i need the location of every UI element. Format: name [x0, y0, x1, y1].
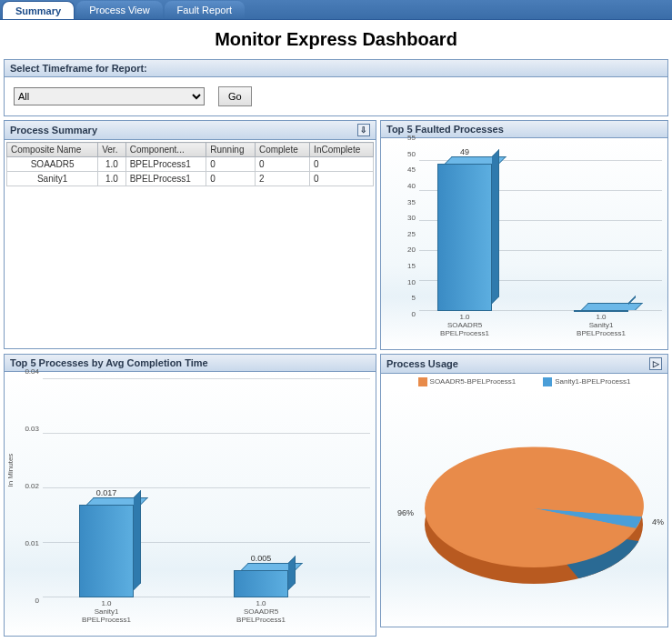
- panel-title: Process Summary: [10, 125, 97, 135]
- bar-soaadr5-avg[interactable]: 0.005: [234, 570, 288, 597]
- avg-time-panel: Top 5 Processes by Avg Completion Time I…: [4, 354, 376, 637]
- tab-label: Summary: [15, 5, 61, 16]
- usage-legend: SOAADR5-BPELProcess1 Sanity1-BPELProcess…: [381, 374, 667, 390]
- avg-time-chart: In Minutes 0 0.01 0.02 0.03 0.04: [5, 372, 376, 636]
- tab-label: Process View: [89, 5, 149, 15]
- tab-summary[interactable]: Summary: [2, 1, 75, 19]
- table-row[interactable]: Sanity1 1.0 BPELProcess1 0 2 0: [7, 172, 374, 186]
- pin-icon[interactable]: ⇩: [357, 124, 370, 136]
- tab-label: Fault Report: [177, 5, 233, 15]
- pie-label-96: 96%: [397, 508, 414, 517]
- col-incomplete[interactable]: InComplete: [310, 143, 374, 157]
- timeframe-panel: Select Timeframe for Report: All Go: [4, 59, 668, 116]
- usage-pie-chart: 96% 4%: [381, 390, 667, 627]
- panel-title: Process Usage: [386, 358, 458, 369]
- tab-fault-report[interactable]: Fault Report: [165, 1, 246, 19]
- panel-title: Top 5 Processes by Avg Completion Time: [10, 357, 208, 368]
- timeframe-select[interactable]: All: [14, 87, 205, 105]
- col-complete[interactable]: Complete: [255, 143, 309, 157]
- usage-panel: Process Usage ▷ SOAADR5-BPELProcess1 San…: [380, 354, 668, 627]
- tab-bar: Summary Process View Fault Report: [0, 0, 672, 20]
- bar-sanity1[interactable]: [574, 310, 628, 311]
- col-running[interactable]: Running: [206, 143, 256, 157]
- pie-svg: [388, 408, 661, 608]
- faulted-chart: 0 5 10 15 20 25 30 35 40 45 50 55: [381, 138, 667, 349]
- process-summary-table: Composite Name Ver. Component... Running…: [6, 142, 374, 186]
- tab-process-view[interactable]: Process View: [76, 1, 162, 19]
- col-composite[interactable]: Composite Name: [7, 143, 98, 157]
- process-summary-panel: Process Summary ⇩ Composite Name Ver. Co…: [4, 120, 376, 349]
- bar-sanity1-avg[interactable]: 0.017: [79, 505, 134, 597]
- panel-title: Top 5 Faulted Processes: [386, 124, 504, 135]
- go-button[interactable]: Go: [218, 86, 252, 106]
- col-version[interactable]: Ver.: [98, 143, 125, 157]
- expand-icon[interactable]: ▷: [649, 357, 662, 370]
- pie-label-4: 4%: [652, 517, 664, 527]
- page-title: Monitor Express Dashboard: [0, 20, 672, 59]
- bar-soaadr5[interactable]: 49: [437, 164, 492, 311]
- table-row[interactable]: SOAADR5 1.0 BPELProcess1 0 0 0: [7, 157, 374, 172]
- col-component[interactable]: Component...: [125, 143, 206, 157]
- pie-slice-soaadr5[interactable]: [425, 446, 643, 565]
- faulted-panel: Top 5 Faulted Processes 0 5 10 15 20 25 …: [380, 120, 668, 350]
- timeframe-label: Select Timeframe for Report:: [5, 60, 667, 77]
